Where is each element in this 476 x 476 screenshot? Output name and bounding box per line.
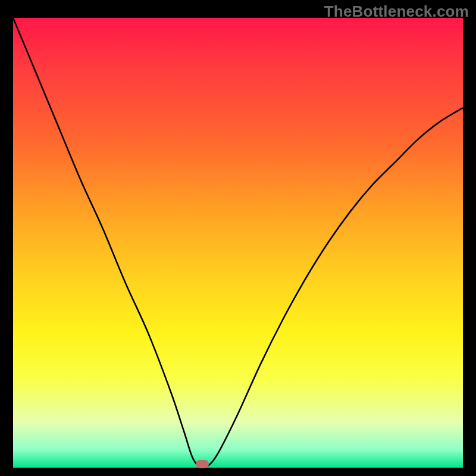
plot-area: [13, 18, 463, 468]
watermark-text: TheBottleneck.com: [324, 2, 469, 21]
curve-path: [13, 18, 463, 468]
chart-frame: TheBottleneck.com: [0, 0, 476, 476]
optimal-point-marker: [196, 460, 209, 468]
bottleneck-curve: [13, 18, 463, 468]
